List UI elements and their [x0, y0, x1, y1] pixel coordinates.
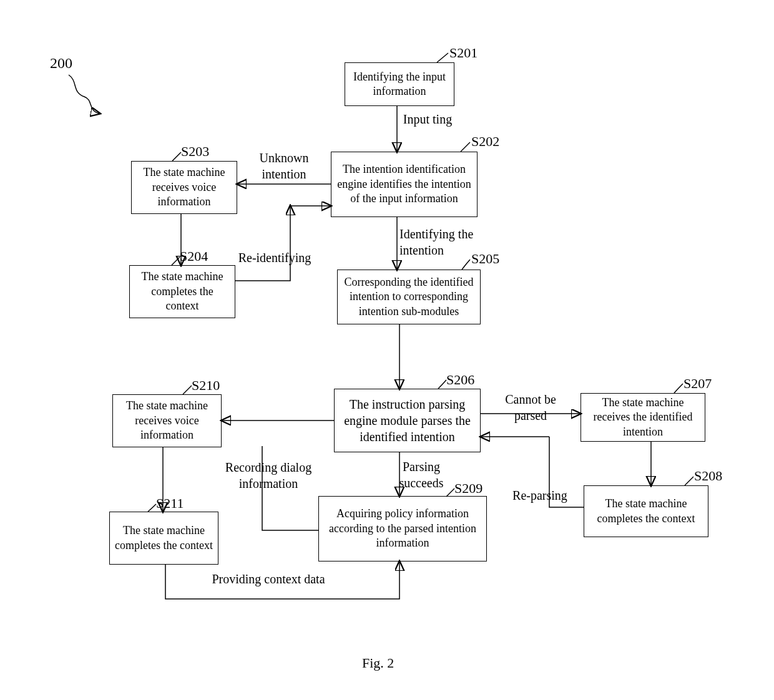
node-text: The state machine receives voice informa… [137, 165, 232, 209]
tag-s203: S203 [181, 143, 209, 160]
node-text: Identifying the input information [350, 70, 449, 99]
node-s211: The state machine completes the context [109, 512, 218, 565]
node-text: The instruction parsing engine module pa… [340, 396, 475, 445]
node-s203: The state machine receives voice informa… [131, 161, 237, 214]
tag-s201: S201 [449, 45, 478, 61]
tag-s210: S210 [192, 377, 220, 394]
edge-identifying-intention: Identifying the intention [399, 226, 512, 258]
edge-providing-context: Providing context data [206, 571, 331, 587]
edge-re-parsing: Re-parsing [506, 487, 574, 503]
edge-re-identifying: Re-identifying [237, 250, 312, 266]
node-s205: Corresponding the identified intention t… [337, 270, 481, 324]
node-s201: Identifying the input information [345, 62, 454, 106]
figure-caption: Fig. 2 [362, 655, 394, 671]
edge-recording-dialog: Recording dialog information [218, 459, 318, 492]
edge-cannot-be-parsed: Cannot be parsed [493, 391, 568, 424]
node-text: The intention identification engine iden… [336, 162, 472, 206]
node-text: The state machine receives the identifie… [586, 396, 700, 439]
edge-parsing-succeeds: Parsing succeeds [387, 459, 456, 491]
node-text: The state machine receives voice informa… [118, 399, 216, 442]
tag-s209: S209 [454, 480, 483, 497]
node-s204: The state machine completes the context [129, 265, 235, 318]
tag-s204: S204 [180, 248, 208, 265]
node-text: Acquiring policy information according t… [324, 507, 481, 550]
node-s209: Acquiring policy information according t… [318, 496, 487, 561]
node-s210: The state machine receives voice informa… [112, 394, 222, 447]
node-text: The state machine completes the context [135, 270, 230, 313]
tag-s206: S206 [446, 372, 474, 388]
node-text: Corresponding the identified intention t… [343, 275, 475, 319]
node-s207: The state machine receives the identifie… [580, 393, 705, 442]
diagram-ref-200: 200 [50, 55, 72, 72]
tag-s202: S202 [471, 134, 499, 150]
node-s206: The instruction parsing engine module pa… [334, 389, 481, 452]
node-s208: The state machine completes the context [584, 485, 708, 537]
edge-unknown-intention: Unknown intention [240, 150, 328, 182]
tag-s211: S211 [156, 495, 184, 512]
node-text: The state machine completes the context [589, 497, 703, 526]
tag-s208: S208 [694, 468, 722, 484]
node-s202: The intention identification engine iden… [331, 152, 478, 217]
edge-input-ting: Input ting [403, 111, 453, 127]
tag-s207: S207 [683, 376, 712, 392]
node-text: The state machine completes the context [115, 523, 213, 553]
